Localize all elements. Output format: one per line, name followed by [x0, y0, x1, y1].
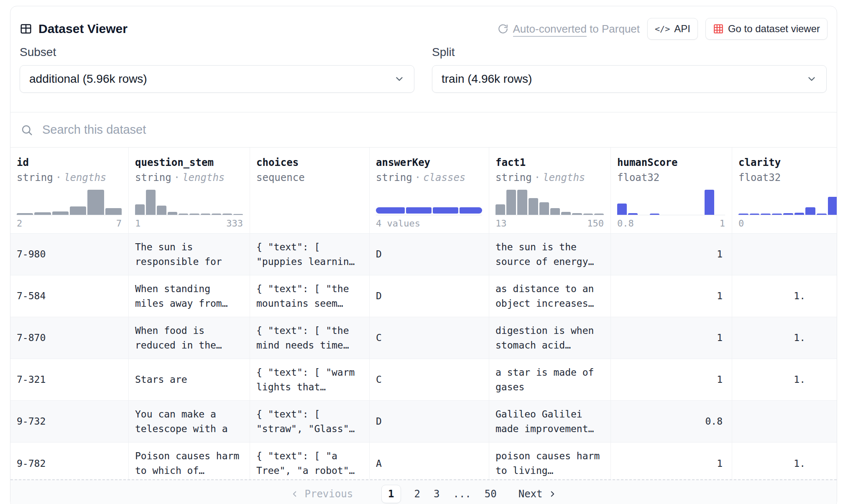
cell-fact1: poison causes harm to living…: [489, 443, 610, 479]
histogram-range: 27: [17, 218, 122, 229]
hist-min: 2: [17, 218, 22, 229]
hist-min: 1: [135, 218, 140, 229]
search-icon: [20, 124, 33, 136]
chevron-down-icon: [394, 74, 405, 84]
cell-choices: { "text": [ "the mountains seem…: [250, 275, 369, 317]
column-name: choices: [256, 157, 363, 168]
auto-converted-link[interactable]: Auto-converted to Parquet: [498, 23, 640, 36]
cell-id: 9-732: [10, 401, 128, 442]
cell-human-score: 0.8: [610, 401, 732, 442]
table-row: 7-584 When standing miles away from… { "…: [10, 275, 837, 317]
split-select[interactable]: train (4.96k rows): [432, 65, 827, 93]
cell-question-stem: Poison causes harm to which of…: [128, 443, 250, 479]
human-score-histogram[interactable]: [617, 190, 725, 215]
cell-id: 7-584: [10, 275, 128, 317]
page-ellipsis: ...: [453, 488, 471, 500]
split-group: Split train (4.96k rows): [432, 46, 827, 93]
refresh-icon: [498, 23, 508, 34]
red-grid-icon: [713, 23, 724, 34]
cell-human-score: 1: [610, 275, 732, 317]
column-name: humanScore: [617, 157, 725, 168]
column-header-fact1[interactable]: fact1 string·lengths 13150: [489, 148, 610, 233]
cell-choices: { "text": [ "warm lights that…: [250, 359, 369, 400]
table-row: 7-980 The sun is responsible for { "text…: [10, 233, 837, 275]
column-name: answerKey: [376, 157, 482, 168]
clarity-histogram[interactable]: [738, 190, 837, 215]
subset-select[interactable]: additional (5.96k rows): [20, 65, 414, 93]
histogram-range: 0.81: [617, 218, 725, 229]
cell-answer-key: C: [369, 359, 489, 400]
cell-answer-key: D: [369, 401, 489, 442]
split-select-value: train (4.96k rows): [442, 72, 532, 86]
cell-question-stem: Stars are: [128, 359, 250, 400]
cell-answer-key: D: [369, 234, 489, 275]
cell-fact1: as distance to an object increases…: [489, 275, 610, 317]
column-type: sequence: [256, 172, 363, 183]
cell-human-score: 1: [610, 443, 732, 479]
page-button[interactable]: 50: [485, 488, 497, 500]
cell-question-stem: When standing miles away from…: [128, 275, 250, 317]
chevron-left-icon: [290, 489, 299, 499]
cell-human-score: 1: [610, 234, 732, 275]
answer-key-classes-bar[interactable]: [376, 190, 482, 215]
column-header-answer-key[interactable]: answerKey string·classes 4 values: [369, 148, 489, 233]
goto-button-label: Go to dataset viewer: [728, 23, 820, 35]
column-type: float32: [738, 172, 837, 183]
column-header-human-score[interactable]: humanScore float32 0.81: [610, 148, 732, 233]
histogram-range: 1333: [135, 218, 243, 229]
column-header-question-stem[interactable]: question_stem string·lengths 1333: [128, 148, 250, 233]
column-header-choices[interactable]: choices sequence: [250, 148, 369, 233]
pagination: Previous 1 2 3 ... 50 Next: [10, 479, 837, 504]
subset-group: Subset additional (5.96k rows): [20, 46, 414, 93]
page-button[interactable]: 3: [434, 488, 439, 500]
classes-count-label: 4 values: [376, 218, 420, 229]
next-button[interactable]: Next: [519, 488, 557, 500]
column-header-id[interactable]: id string·lengths 27: [10, 148, 128, 233]
id-histogram[interactable]: [17, 190, 122, 215]
cell-choices: { "text": [ "the mind needs time…: [250, 317, 369, 359]
next-label: Next: [519, 488, 543, 500]
cell-fact1: digestion is when stomach acid…: [489, 317, 610, 359]
column-name: id: [17, 157, 122, 168]
subset-select-value: additional (5.96k rows): [29, 72, 147, 86]
api-button-label: API: [674, 23, 690, 35]
column-type: string·lengths: [135, 172, 243, 183]
column-name: question_stem: [135, 157, 243, 168]
cell-question-stem: When food is reduced in the…: [128, 317, 250, 359]
question-stem-histogram[interactable]: [135, 190, 243, 215]
page-button-current[interactable]: 1: [381, 485, 401, 503]
hist-min: 0.8: [617, 218, 634, 229]
hist-max: 333: [226, 218, 243, 229]
cell-question-stem: You can make a telescope with a: [128, 401, 250, 442]
cell-human-score: 1: [610, 317, 732, 359]
goto-dataset-viewer-button[interactable]: Go to dataset viewer: [705, 18, 828, 40]
fact1-histogram[interactable]: [496, 190, 604, 215]
cell-choices: { "text": [ "puppies learnin…: [250, 234, 369, 275]
table-row: 7-321 Stars are { "text": [ "warm lights…: [10, 359, 837, 400]
histogram-range: 13150: [496, 218, 604, 229]
column-type: string·lengths: [496, 172, 604, 183]
cell-question-stem: The sun is responsible for: [128, 234, 250, 275]
cell-id: 7-870: [10, 317, 128, 359]
subset-label: Subset: [20, 46, 414, 59]
hist-max: 1: [720, 218, 725, 229]
cell-clarity: [732, 234, 837, 275]
previous-button: Previous: [290, 488, 353, 500]
column-type: string·lengths: [17, 172, 122, 183]
page-button[interactable]: 2: [414, 488, 420, 500]
search-bar: [10, 112, 837, 147]
column-type: string·classes: [376, 172, 482, 183]
search-input[interactable]: [41, 122, 827, 137]
hist-min: 13: [496, 218, 507, 229]
to-parquet-label: to Parquet: [590, 23, 640, 35]
column-header-clarity[interactable]: clarity float32 0: [732, 148, 837, 233]
histogram-range: 4 values: [376, 218, 482, 229]
api-button[interactable]: </> API: [647, 18, 698, 40]
cell-clarity: 1.: [732, 443, 837, 479]
table-row: 9-732 You can make a telescope with a { …: [10, 400, 837, 442]
cell-answer-key: D: [369, 275, 489, 317]
cell-choices: { "text": [ "straw", "Glass"…: [250, 401, 369, 442]
column-name: clarity: [738, 157, 837, 168]
cell-clarity: 1.: [732, 275, 837, 317]
page-title: Dataset Viewer: [20, 22, 128, 36]
